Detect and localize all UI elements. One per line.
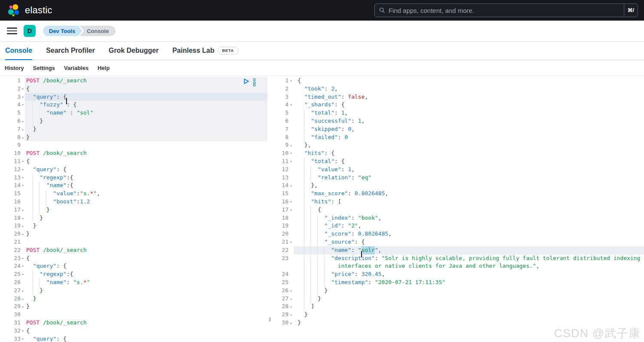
code-line[interactable]: 24"price": 320.45, — [278, 270, 644, 278]
fold-toggle[interactable]: ▴ — [21, 222, 25, 230]
code-line[interactable]: 20"_score": 0.8026485, — [278, 230, 644, 238]
code-line[interactable]: 10▾"hits": { — [278, 149, 644, 157]
fold-toggle[interactable]: ▾ — [21, 262, 25, 270]
code-line[interactable]: 1POST /book/_search — [0, 77, 267, 85]
code-line[interactable]: 24▾"query": { — [0, 262, 267, 270]
fold-toggle[interactable]: ▾ — [289, 238, 294, 246]
code-line[interactable]: 23▾{ — [0, 254, 267, 263]
code-line[interactable]: 25"timestamp": "2020-07-21 17:11:35" — [278, 278, 644, 287]
fold-toggle[interactable]: ▴ — [21, 230, 25, 238]
fold-toggle[interactable]: ▴ — [289, 141, 294, 149]
console-menu-help[interactable]: Help — [97, 65, 109, 71]
breadcrumb-item-console[interactable]: Console — [79, 26, 115, 36]
code-line[interactable]: 9▴}, — [278, 141, 644, 149]
fold-toggle[interactable]: ▾ — [21, 101, 25, 109]
code-line[interactable]: 2"took": 2, — [278, 85, 644, 93]
code-line[interactable]: 20▴} — [0, 230, 267, 238]
code-line[interactable]: 17▴} — [0, 206, 267, 214]
fold-toggle[interactable]: ▾ — [21, 166, 25, 174]
fold-toggle[interactable]: ▴ — [289, 295, 294, 303]
fold-toggle[interactable]: ▾ — [289, 101, 294, 109]
code-line[interactable]: 4▾"fuzzy" : { — [0, 101, 267, 109]
code-line[interactable]: 12▾"query": { — [0, 166, 267, 174]
tab-console[interactable]: Console — [5, 42, 32, 60]
fold-toggle[interactable]: ▾ — [21, 182, 25, 190]
code-line[interactable]: 14▾"name":{ — [0, 182, 267, 190]
request-options-button[interactable] — [253, 78, 255, 86]
code-line[interactable]: 8▴} — [0, 133, 267, 142]
code-line[interactable]: 22POST /book/_search — [0, 246, 267, 254]
fold-toggle[interactable]: ▴ — [289, 303, 294, 311]
fold-toggle[interactable]: ▾ — [21, 335, 25, 342]
code-line[interactable]: 15"value":"s.*", — [0, 190, 267, 198]
code-line[interactable]: 28▴] — [278, 303, 644, 311]
code-line[interactable]: 10POST /book/_search — [0, 149, 267, 157]
code-line[interactable]: 9 — [0, 141, 267, 149]
code-line[interactable]: 4▾"_shards": { — [278, 101, 644, 109]
code-line[interactable]: 6"successful": 1, — [278, 117, 644, 125]
console-menu-history[interactable]: History — [5, 65, 24, 71]
code-line[interactable]: 23"description": "Solr is highly scalabl… — [278, 254, 644, 263]
fold-toggle[interactable]: ▾ — [21, 254, 25, 263]
code-line[interactable]: 28▴} — [0, 295, 267, 303]
code-line[interactable]: 32▾{ — [0, 327, 267, 335]
code-line[interactable]: 6▴} — [0, 117, 267, 125]
code-line[interactable]: 1▾{ — [278, 77, 644, 85]
code-line[interactable]: 26▴} — [278, 287, 644, 295]
request-editor[interactable]: 1POST /book/_search2▾{3▾"query": {4▾"fuz… — [0, 76, 267, 342]
code-line[interactable]: 19▴} — [0, 222, 267, 230]
code-line[interactable]: 18"_index": "book", — [278, 214, 644, 222]
code-line[interactable]: 5"name" : "sol" — [0, 109, 267, 117]
code-line[interactable]: 25▾"regexp":{ — [0, 270, 267, 278]
fold-toggle[interactable]: ▴ — [21, 214, 25, 222]
code-line[interactable]: 22"name": "solr", — [278, 246, 644, 254]
code-line[interactable]: 3"timed_out": false, — [278, 93, 644, 101]
elastic-logo[interactable]: elastic — [0, 4, 52, 17]
code-line[interactable]: 21▾"_source": { — [278, 238, 644, 246]
tab-search-profiler[interactable]: Search Profiler — [46, 42, 95, 60]
fold-toggle[interactable]: ▴ — [21, 117, 25, 125]
breadcrumb-item-dev-tools[interactable]: Dev Tools — [43, 26, 82, 36]
fold-toggle[interactable]: ▾ — [289, 206, 294, 214]
fold-toggle[interactable]: ▾ — [289, 77, 294, 85]
fold-toggle[interactable]: ▴ — [21, 303, 25, 311]
code-line[interactable]: 19"_id": "2", — [278, 222, 644, 230]
code-line[interactable]: 11▾"total": { — [278, 157, 644, 166]
code-line[interactable]: 13"relation": "eq" — [278, 174, 644, 182]
code-line[interactable]: 7▴} — [0, 125, 267, 133]
code-line[interactable]: 27▴} — [0, 287, 267, 295]
code-line[interactable]: 12"value": 1, — [278, 166, 644, 174]
code-line[interactable]: 30 — [0, 311, 267, 319]
fold-toggle[interactable]: ▾ — [289, 149, 294, 157]
code-line[interactable]: 18▴} — [0, 214, 267, 222]
fold-toggle[interactable]: ▾ — [289, 157, 294, 166]
code-line[interactable]: 33▾"query": { — [0, 335, 267, 342]
fold-toggle[interactable]: ▾ — [21, 270, 25, 278]
code-line[interactable]: 3▾"query": { — [0, 93, 267, 101]
fold-toggle[interactable]: ▾ — [21, 174, 25, 182]
response-viewer[interactable]: 1▾{2"took": 2,3"timed_out": false,4▾"_sh… — [278, 76, 644, 342]
code-line[interactable]: 29▴} — [0, 303, 267, 311]
fold-toggle[interactable]: ▴ — [289, 311, 294, 319]
fold-toggle[interactable]: ▴ — [289, 319, 294, 327]
code-line[interactable]: 17▾{ — [278, 206, 644, 214]
fold-toggle[interactable]: ▴ — [21, 287, 25, 295]
resize-handle-icon[interactable]: ‖ — [269, 316, 271, 323]
code-line[interactable]: 21 — [0, 238, 267, 246]
code-line[interactable]: interfaces or native clients for Java an… — [278, 262, 644, 270]
fold-toggle[interactable]: ▴ — [21, 295, 25, 303]
code-line[interactable]: 16▾"hits": [ — [278, 198, 644, 206]
code-line[interactable]: 8"failed": 0 — [278, 133, 644, 142]
code-line[interactable]: 31POST /book/_search — [0, 319, 267, 327]
fold-toggle[interactable]: ▾ — [289, 198, 294, 206]
console-menu-settings[interactable]: Settings — [33, 65, 55, 71]
tab-grok-debugger[interactable]: Grok Debugger — [109, 42, 158, 60]
fold-toggle[interactable]: ▴ — [21, 125, 25, 133]
tab-painless-lab[interactable]: Painless LabBETA — [172, 42, 238, 60]
fold-toggle[interactable]: ▴ — [21, 133, 25, 142]
console-menu-variables[interactable]: Variables — [64, 65, 88, 71]
fold-toggle[interactable]: ▾ — [21, 85, 25, 93]
fold-toggle[interactable]: ▾ — [21, 93, 25, 101]
menu-icon[interactable] — [7, 26, 17, 36]
code-line[interactable]: 29▴} — [278, 311, 644, 319]
